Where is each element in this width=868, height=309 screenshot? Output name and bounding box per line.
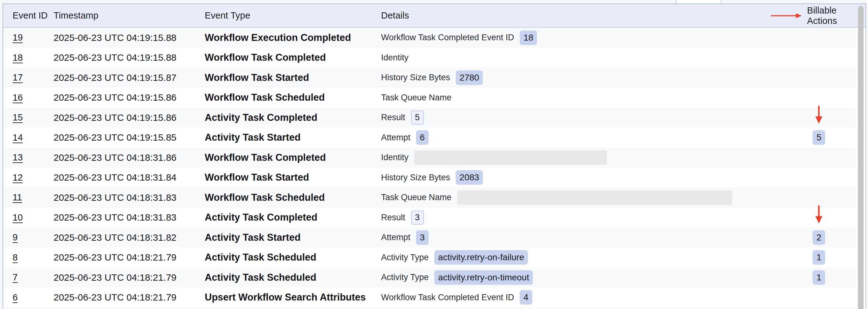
- table-row[interactable]: 12 2025-06-23 UTC 04:18:31.84 Workflow T…: [3, 168, 856, 188]
- detail-label: Identity: [381, 53, 408, 63]
- table-header-row: Event ID Timestamp Event Type Details Bi…: [3, 4, 866, 28]
- event-id-link[interactable]: 7: [12, 272, 18, 282]
- detail-label: Task Queue Name: [381, 93, 452, 103]
- timestamp: 2025-06-23 UTC 04:18:31.83: [54, 212, 205, 223]
- table-row[interactable]: 19 2025-06-23 UTC 04:19:15.88 Workflow E…: [3, 28, 856, 48]
- column-header-billable-actions: Billable Actions: [771, 5, 866, 26]
- table-row[interactable]: 7 2025-06-23 UTC 04:18:21.79 Activity Ta…: [3, 268, 856, 287]
- detail-label: Workflow Task Completed Event ID: [381, 33, 514, 42]
- event-type: Workflow Task Completed: [205, 152, 381, 163]
- event-type: Activity Task Started: [205, 132, 381, 143]
- detail-value-badge: 5: [411, 110, 424, 125]
- event-id-link[interactable]: 13: [12, 152, 23, 163]
- details-cell: Task Queue Name: [381, 93, 762, 103]
- event-id-link[interactable]: 19: [12, 32, 23, 43]
- event-type: Upsert Workflow Search Attributes: [205, 292, 381, 303]
- event-type: Activity Task Scheduled: [205, 252, 381, 263]
- event-id-link[interactable]: 9: [12, 232, 18, 243]
- detail-label: Result: [381, 113, 405, 123]
- event-id-link[interactable]: 14: [12, 133, 23, 143]
- event-id-link[interactable]: 18: [12, 53, 23, 63]
- event-id-link[interactable]: 6: [12, 292, 18, 303]
- event-type: Activity Task Completed: [205, 112, 381, 123]
- table-row[interactable]: 15 2025-06-23 UTC 04:19:15.86 Activity T…: [3, 108, 856, 128]
- billable-actions-label: Billable Actions: [807, 5, 850, 26]
- red-down-arrow-icon: [815, 205, 823, 224]
- vertical-scrollbar-thumb[interactable]: [858, 6, 864, 309]
- table-row[interactable]: 9 2025-06-23 UTC 04:18:31.82 Activity Ta…: [3, 228, 856, 248]
- event-history-table: Event ID Timestamp Event Type Details Bi…: [2, 3, 866, 309]
- event-type: Workflow Task Started: [205, 172, 381, 183]
- details-cell: History Size Bytes 2083: [381, 170, 762, 185]
- event-type: Workflow Execution Completed: [205, 32, 381, 43]
- event-type: Activity Task Scheduled: [205, 272, 381, 283]
- detail-label: Attempt: [381, 133, 410, 142]
- details-cell: Attempt 3: [381, 230, 762, 245]
- detail-label: Activity Type: [381, 273, 429, 282]
- details-cell: Activity Type activity.retry-on-timeout: [381, 270, 762, 285]
- timestamp: 2025-06-23 UTC 04:19:15.86: [54, 92, 205, 103]
- timestamp: 2025-06-23 UTC 04:18:21.79: [54, 272, 205, 283]
- timestamp: 2025-06-23 UTC 04:19:15.85: [54, 132, 205, 143]
- timestamp: 2025-06-23 UTC 04:18:31.86: [54, 152, 205, 163]
- event-id-link[interactable]: 17: [12, 72, 23, 83]
- billable-actions-badge: 1: [812, 250, 825, 265]
- event-type: Workflow Task Scheduled: [205, 192, 381, 203]
- timestamp: 2025-06-23 UTC 04:19:15.88: [54, 32, 205, 43]
- billable-cell: [762, 109, 856, 127]
- timestamp: 2025-06-23 UTC 04:18:31.83: [54, 192, 205, 203]
- column-header-event-id: Event ID: [12, 10, 54, 21]
- top-ui-sliver: [0, 0, 868, 3]
- event-id-link[interactable]: 16: [12, 93, 23, 103]
- top-ui-sliver-gap: [676, 0, 721, 3]
- table-row[interactable]: 8 2025-06-23 UTC 04:18:21.79 Activity Ta…: [3, 248, 856, 268]
- billable-actions-badge: 2: [812, 230, 825, 245]
- column-header-timestamp: Timestamp: [54, 10, 205, 21]
- billable-actions-badge: 1: [812, 270, 825, 285]
- red-right-arrow-icon: [771, 12, 802, 20]
- details-cell: Identity: [381, 53, 762, 63]
- event-type: Workflow Task Started: [205, 72, 381, 83]
- table-row[interactable]: 11 2025-06-23 UTC 04:18:31.83 Workflow T…: [3, 187, 856, 208]
- detail-label: Identity: [381, 152, 408, 162]
- detail-value-badge: 18: [520, 31, 537, 45]
- table-row[interactable]: 17 2025-06-23 UTC 04:19:15.87 Workflow T…: [3, 68, 856, 88]
- table-row[interactable]: 6 2025-06-23 UTC 04:18:21.79 Upsert Work…: [3, 287, 856, 308]
- table-row[interactable]: 10 2025-06-23 UTC 04:18:31.83 Activity T…: [3, 208, 856, 228]
- detail-label: Activity Type: [381, 253, 429, 263]
- detail-value-badge: 3: [411, 210, 424, 225]
- partial-next-row: [3, 307, 856, 309]
- details-cell: Task Queue Name: [381, 191, 762, 205]
- table-body: 19 2025-06-23 UTC 04:19:15.88 Workflow E…: [3, 28, 856, 307]
- timestamp: 2025-06-23 UTC 04:19:15.88: [54, 52, 205, 63]
- details-cell: Attempt 6: [381, 130, 762, 145]
- event-type: Workflow Task Scheduled: [205, 92, 381, 103]
- event-id-link[interactable]: 8: [12, 252, 18, 263]
- event-type: Workflow Task Completed: [205, 52, 381, 63]
- event-id-link[interactable]: 15: [12, 112, 23, 123]
- detail-value-badge: [414, 150, 607, 165]
- detail-value-badge: 2780: [456, 70, 483, 85]
- details-cell: Result 5: [381, 110, 762, 125]
- details-cell: Activity Type activity.retry-on-failure: [381, 250, 762, 265]
- event-type: Activity Task Started: [205, 232, 381, 243]
- billable-actions-badge: 5: [812, 130, 825, 145]
- table-row[interactable]: 16 2025-06-23 UTC 04:19:15.86 Workflow T…: [3, 88, 856, 108]
- detail-value-badge: 4: [520, 290, 532, 305]
- event-id-link[interactable]: 12: [12, 172, 23, 183]
- event-id-link[interactable]: 10: [12, 212, 23, 223]
- timestamp: 2025-06-23 UTC 04:18:31.82: [54, 232, 205, 243]
- table-row[interactable]: 18 2025-06-23 UTC 04:19:15.88 Workflow T…: [3, 48, 856, 68]
- detail-label: Task Queue Name: [381, 193, 452, 202]
- detail-label: Workflow Task Completed Event ID: [381, 293, 514, 302]
- table-row[interactable]: 13 2025-06-23 UTC 04:18:31.86 Workflow T…: [3, 147, 856, 168]
- event-type: Activity Task Completed: [205, 212, 381, 223]
- table-row[interactable]: 14 2025-06-23 UTC 04:19:15.85 Activity T…: [3, 128, 856, 148]
- billable-cell: 5: [762, 130, 856, 145]
- timestamp: 2025-06-23 UTC 04:18:21.79: [54, 292, 205, 303]
- event-id-link[interactable]: 11: [12, 192, 22, 203]
- billable-cell: 2: [762, 230, 856, 245]
- details-cell: Workflow Task Completed Event ID 4: [381, 290, 762, 305]
- detail-value-badge: 2083: [456, 170, 483, 185]
- detail-label: History Size Bytes: [381, 173, 450, 182]
